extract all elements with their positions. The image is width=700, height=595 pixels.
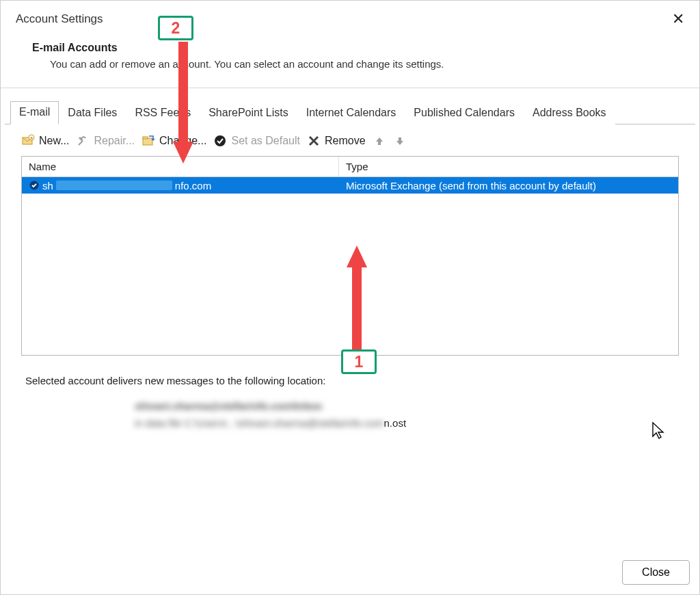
remove-button[interactable]: Remove xyxy=(307,134,366,148)
annotation-arrow-1 xyxy=(345,246,373,352)
svg-point-5 xyxy=(215,135,226,146)
svg-rect-4 xyxy=(143,137,148,139)
new-mail-icon: ★ xyxy=(21,134,35,148)
remove-x-icon xyxy=(307,134,321,148)
repair-wrench-icon xyxy=(76,134,90,148)
toolbar: ★ New... Repair... Change... S xyxy=(5,124,695,156)
move-up-button xyxy=(373,134,386,148)
list-header: Name Type xyxy=(22,157,678,177)
column-type[interactable]: Type xyxy=(339,157,678,176)
repair-button: Repair... xyxy=(76,134,135,148)
account-name-cell: sh nfo.com xyxy=(22,178,339,193)
location-line-2-blurred: in data file C:\Users\...\shivani.sharma… xyxy=(135,417,384,429)
annotation-number: 2 xyxy=(158,16,193,40)
section-description: You can add or remove an account. You ca… xyxy=(50,58,679,70)
titlebar: Account Settings ✕ xyxy=(1,1,699,32)
tab-email[interactable]: E-mail xyxy=(10,101,59,124)
location-line-2: in data file C:\Users\...\shivani.sharma… xyxy=(135,417,675,429)
new-label: New... xyxy=(39,135,69,147)
close-icon[interactable]: ✕ xyxy=(667,9,690,29)
check-circle-icon xyxy=(213,134,227,148)
close-button[interactable]: Close xyxy=(622,560,690,585)
location-intro: Selected account delivers new messages t… xyxy=(25,375,675,386)
tab-address-books[interactable]: Address Books xyxy=(524,102,615,124)
location-line-2-suffix: n.ost xyxy=(384,417,407,429)
new-button[interactable]: ★ New... xyxy=(21,134,69,148)
annotation-callout-2: 2 xyxy=(158,16,193,40)
svg-marker-8 xyxy=(173,142,193,163)
tab-internet-calendars[interactable]: Internet Calendars xyxy=(297,102,405,124)
tab-sharepoint-lists[interactable]: SharePoint Lists xyxy=(200,102,297,124)
svg-text:★: ★ xyxy=(29,135,33,140)
account-settings-dialog: Account Settings ✕ E-mail Accounts You c… xyxy=(0,0,700,595)
annotation-arrow-2 xyxy=(172,42,199,165)
svg-marker-10 xyxy=(347,246,367,267)
arrow-down-icon xyxy=(393,134,407,148)
redacted-segment xyxy=(56,181,172,190)
account-row[interactable]: sh nfo.com Microsoft Exchange (send from… xyxy=(22,177,678,194)
tab-published-calendars[interactable]: Published Calendars xyxy=(405,102,524,124)
repair-label: Repair... xyxy=(94,135,135,147)
location-lines: shivani.sharma@stellarinfo.com\Inbox in … xyxy=(135,400,675,429)
change-folder-icon xyxy=(142,134,155,148)
tab-strip: E-mail Data Files RSS Feeds SharePoint L… xyxy=(5,101,695,124)
arrow-up-icon xyxy=(373,134,386,148)
dialog-title: Account Settings xyxy=(16,12,103,26)
mouse-cursor-icon xyxy=(651,421,665,439)
account-name-prefix: sh xyxy=(42,180,53,191)
remove-label: Remove xyxy=(325,135,366,147)
tab-data-files[interactable]: Data Files xyxy=(59,102,126,124)
default-check-icon xyxy=(29,180,40,191)
section-heading: E-mail Accounts xyxy=(32,42,679,54)
annotation-number: 1 xyxy=(341,349,377,374)
dialog-footer: Close xyxy=(622,560,690,585)
set-default-button: Set as Default xyxy=(213,134,300,148)
account-type-cell: Microsoft Exchange (send from this accou… xyxy=(339,178,678,193)
header-section: E-mail Accounts You can add or remove an… xyxy=(1,32,699,82)
set-default-label: Set as Default xyxy=(231,135,300,147)
move-down-button xyxy=(393,134,407,148)
annotation-callout-1: 1 xyxy=(341,349,377,374)
account-name-suffix: nfo.com xyxy=(175,180,211,191)
location-line-1: shivani.sharma@stellarinfo.com\Inbox xyxy=(135,400,675,412)
